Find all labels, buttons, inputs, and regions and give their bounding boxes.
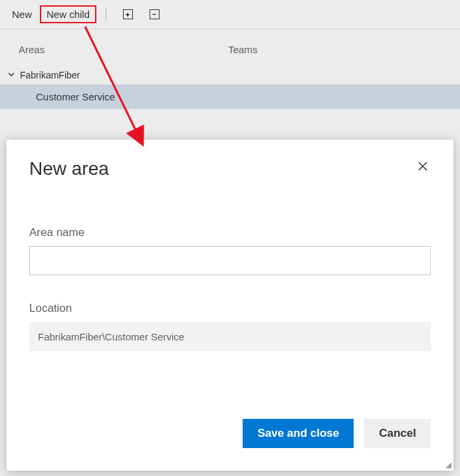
tree-child-node[interactable]: Customer Service [0,84,460,109]
tab-areas[interactable]: Areas [0,36,63,63]
location-label: Location [29,302,431,315]
chevron-down-icon [8,70,16,80]
collapse-all-button[interactable]: − [145,5,164,24]
tabs: Areas Teams [0,29,460,63]
close-icon [417,161,428,172]
tree-root-node[interactable]: FabrikamFiber [0,66,460,84]
close-button[interactable] [415,158,431,176]
resize-grip-icon: ◢ [445,461,451,469]
plus-box-icon: ＋ [123,9,133,19]
tree-root-label: FabrikamFiber [20,70,80,80]
toolbar: New New child ＋ − [0,0,460,29]
location-input[interactable] [29,322,431,351]
area-name-label: Area name [29,226,431,239]
expand-all-button[interactable]: ＋ [118,5,137,24]
area-name-input[interactable] [29,246,431,275]
area-tree: FabrikamFiber Customer Service [0,63,460,136]
tab-teams[interactable]: Teams [209,36,276,63]
new-button[interactable]: New [7,6,37,23]
new-area-dialog: New area Area name Location Save and clo… [7,140,453,471]
separator [106,9,106,21]
dialog-title: New area [29,158,109,179]
cancel-button[interactable]: Cancel [364,419,431,448]
minus-box-icon: − [150,9,160,19]
save-and-close-button[interactable]: Save and close [243,419,354,448]
new-child-button[interactable]: New child [40,5,96,23]
